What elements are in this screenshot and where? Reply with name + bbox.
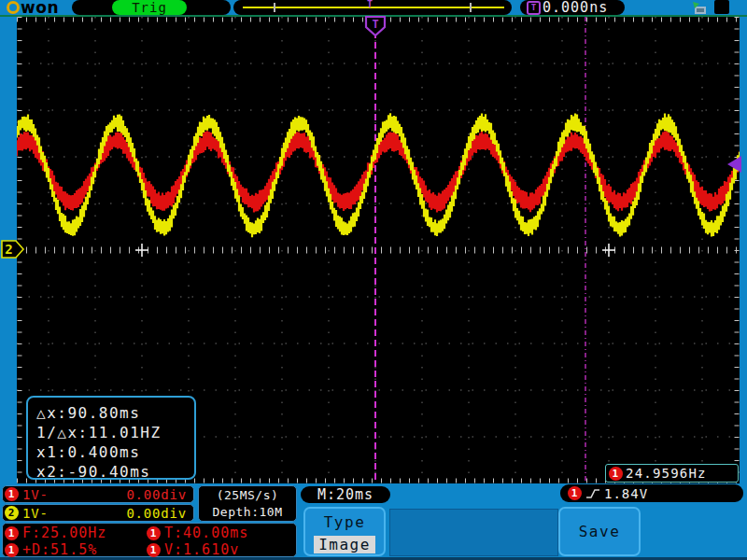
measure-frequency-value: F:25.00Hz [22,525,106,541]
battery-icon [714,0,729,14]
channel1-badge: 1 [5,543,19,557]
memory-window-right-bracket [470,3,472,12]
channel2-marker-number: 2 [5,242,12,257]
trigger-status-container: Trig [72,0,231,15]
channel1-badge: 1 [5,487,19,501]
cursor-delta-x: △x:90.80ms [36,403,194,423]
type-button[interactable]: Type Image [303,507,386,556]
cursor-measure-panel: △x:90.80ms 1/△x:11.01HZ x1:0.400ms x2:-9… [26,396,196,480]
owon-logo-text: won [21,1,59,14]
memory-trigger-marker: T [367,0,373,9]
channel1-badge: 1 [147,543,161,557]
record-depth: Depth:10M [213,505,283,519]
channel1-badge: 1 [147,526,161,540]
channel2-position-marker: 2 [1,240,25,259]
cursor-x2: x2:-90.40ms [36,462,194,482]
owon-logo: won [7,0,59,15]
sample-rate: (25MS/s) [217,488,279,502]
measure-voltage: 1 V:1.610v [147,541,294,558]
trace-ch2 [17,113,740,237]
channel2-scale: 1V- [22,506,49,521]
owon-logo-ring-icon [7,1,20,14]
channel1-badge: 1 [609,467,623,481]
save-button[interactable]: Save [558,507,641,556]
acquisition-info: (25MS/s) Depth:10M [198,485,297,522]
top-status-bar: won Trig T T 0.000ns [0,0,747,17]
trigger-level-arrow-icon [727,156,741,173]
cursor-inverse-delta-x: 1/△x:11.01HZ [36,423,194,442]
trigger-time-value: 0.000ns [543,0,608,16]
channel1-offset: 0.00div [126,487,187,502]
timebase-readout: M:20ms [301,486,390,503]
channel2-info-row: 2 1V- 0.00div [2,504,194,522]
memory-position-bar: T [233,0,512,15]
channel1-scale: 1V- [22,487,49,502]
memory-line [243,7,504,8]
trigger-position-marker: T [364,16,387,36]
channel1-info-row: 1 1V- 0.00div [2,485,194,503]
trigger-status-badge: Trig [112,0,187,15]
frequency-counter-value: 24.9596Hz [626,466,707,481]
menu-recess-panel [389,509,558,556]
trigger-t-icon: T [527,1,541,15]
channel2-offset: 0.00div [126,506,187,521]
measurement-panel: 1 F:25.00Hz 1 T:40.00ms 1 +D:51.5% 1 V:1… [2,523,297,557]
channel2-badge: 2 [5,506,19,520]
cursor-x1: x1:0.400ms [36,442,194,462]
measure-period: 1 T:40.00ms [147,525,294,541]
measure-duty: 1 +D:51.5% [5,541,147,558]
trigger-level-readout: 1 1.84V [560,484,743,502]
measure-voltage-value: V:1.610v [164,541,239,558]
trigger-level-value: 1.84V [604,486,648,501]
type-button-value[interactable]: Image [314,536,375,553]
trigger-time-readout: T 0.000ns [520,0,625,15]
measure-duty-value: +D:51.5% [22,541,97,558]
frequency-counter: 1 24.9596Hz [605,464,739,483]
trigger-marker-letter: T [372,18,378,31]
channel1-badge: 1 [5,526,19,540]
bottom-status-bar: 1 1V- 0.00div 2 1V- 0.00div 1 F:25.00Hz … [0,483,747,560]
memory-window-left-bracket [274,3,275,12]
measure-period-value: T:40.00ms [164,525,248,541]
measure-frequency: 1 F:25.00Hz [5,525,147,541]
channel1-badge: 1 [568,486,582,500]
type-button-label: Type [305,513,384,531]
rising-edge-icon [585,487,600,500]
